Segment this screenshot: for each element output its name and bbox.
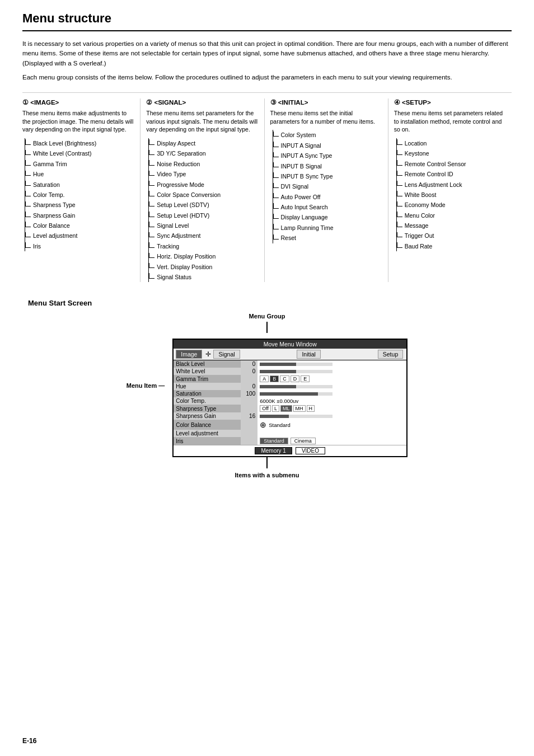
tree-item: Keystone xyxy=(397,148,506,158)
memory-1-option[interactable]: Memory 1 xyxy=(255,447,292,454)
menu-row-value: 0 xyxy=(241,360,257,368)
tree-item: Noise Reduction xyxy=(149,159,258,169)
tree-item: Hue xyxy=(25,169,134,179)
menu-row-content: ⊕Standard xyxy=(257,420,406,430)
tree-item: Display Aspect xyxy=(149,138,258,148)
tree-item: Remote Control Sensor xyxy=(397,159,506,169)
tree-wrap-signal: Display Aspect3D Y/C SeparationNoise Red… xyxy=(148,138,258,282)
menu-start-section: Menu Start Screen Menu Group Menu Item —… xyxy=(22,299,512,478)
submenu-label: Items with a submenu xyxy=(235,472,299,478)
group-title-setup: ④ <SETUP> xyxy=(394,98,506,106)
page-title: Menu structure xyxy=(22,11,512,31)
tree-item: Signal Level xyxy=(149,220,258,231)
tree-item: Color Space Conversion xyxy=(149,190,258,200)
menu-row: Color Balance⊕Standard xyxy=(174,420,406,430)
menu-row-content xyxy=(257,383,406,390)
iris-option[interactable]: Cinema xyxy=(291,438,316,444)
tree-item: Black Level (Brightness) xyxy=(25,138,134,148)
group-title-signal: ② <SIGNAL> xyxy=(146,98,258,106)
tree-item: Menu Color xyxy=(397,210,506,220)
tree-item: Progressive Mode xyxy=(149,180,258,190)
tree-item: DVI Signal xyxy=(273,181,382,191)
menu-row: Gamma TrimABCDE xyxy=(174,375,406,383)
tree-item: Setup Level (SDTV) xyxy=(149,200,258,210)
tree-item: Sharpness Gain xyxy=(25,210,134,220)
sharpness-option[interactable]: L xyxy=(272,405,279,412)
gamma-option[interactable]: A xyxy=(260,375,269,382)
menu-group-setup: ④ <SETUP>These menu items set parameters… xyxy=(394,98,512,282)
menu-row-content xyxy=(257,390,406,397)
tree-item: INPUT A Sync Type xyxy=(273,151,382,161)
tree-wrap-image: Black Level (Brightness)White Level (Con… xyxy=(25,138,134,251)
group-desc-initial: These menu items set the initial paramet… xyxy=(270,109,382,125)
tree-wrap-setup: LocationKeystoneRemote Control SensorRem… xyxy=(396,138,506,251)
sharpness-option[interactable]: MH xyxy=(293,405,306,412)
menu-group-label: Menu Group xyxy=(249,313,285,320)
tree-item: Level adjustment xyxy=(25,231,134,241)
tree-item: Color System xyxy=(273,130,382,140)
gamma-option[interactable]: B xyxy=(270,375,279,382)
menu-row-content: StandardCinema xyxy=(257,437,406,445)
menu-row-value xyxy=(241,397,257,405)
tree-item: INPUT A Signal xyxy=(273,140,382,151)
menu-groups: ① <IMAGE>These menu items make adjustmen… xyxy=(22,92,512,282)
move-menu-window-bar: Move Menu Window xyxy=(174,340,406,349)
menu-row-name: Level adjustment xyxy=(174,430,241,437)
tree-item: Tracking xyxy=(149,241,258,251)
tree-item: Setup Level (HDTV) xyxy=(149,210,258,220)
tree-item: Message xyxy=(397,220,506,231)
menu-row-content xyxy=(257,430,406,437)
tab-setup[interactable]: Setup xyxy=(378,350,403,359)
menu-row-name: Iris xyxy=(174,437,241,445)
tree-item: INPUT B Signal xyxy=(273,161,382,171)
tree-item: Horiz. Display Position xyxy=(149,251,258,261)
gamma-option[interactable]: E xyxy=(301,375,310,382)
video-option[interactable]: VIDEO xyxy=(296,447,325,454)
tree-item: Location xyxy=(397,138,506,148)
menu-row-value: 0 xyxy=(241,383,257,390)
gamma-option[interactable]: C xyxy=(280,375,289,382)
menu-row-value: 100 xyxy=(241,390,257,397)
menu-group-image: ① <IMAGE>These menu items make adjustmen… xyxy=(22,98,140,282)
tree-item: Baud Rate xyxy=(397,241,506,251)
gamma-option[interactable]: D xyxy=(291,375,300,382)
sharpness-option[interactable]: ML xyxy=(280,405,292,412)
menu-row: IrisStandardCinema xyxy=(174,437,406,445)
tree-item: 3D Y/C Separation xyxy=(149,148,258,158)
menu-row-value: 0 xyxy=(241,368,257,375)
iris-option[interactable]: Standard xyxy=(260,438,288,444)
menu-row-name: Color Temp. xyxy=(174,397,241,405)
tree-item: INPUT B Sync Type xyxy=(273,171,382,181)
menu-row-value xyxy=(241,405,257,412)
tab-image[interactable]: Image xyxy=(176,350,202,359)
sharpness-option[interactable]: H xyxy=(307,405,315,412)
intro-text-2: Each menu group consists of the items be… xyxy=(22,73,512,82)
group-desc-image: These menu items make adjustments to the… xyxy=(22,109,134,134)
menu-row-content xyxy=(257,412,406,420)
menu-row: Saturation100 xyxy=(174,390,406,397)
menu-row: Black Level0 xyxy=(174,360,406,368)
menu-items-table: Black Level0White Level0Gamma TrimABCDEH… xyxy=(174,360,406,445)
sharpness-option[interactable]: Off xyxy=(260,405,271,412)
menu-group-signal: ② <SIGNAL>These menu items set parameter… xyxy=(146,98,264,282)
menu-row-content xyxy=(257,360,406,368)
menu-item-outer: Menu Item — Move Menu Window Image ✛ Sig… xyxy=(127,339,407,457)
tab-initial[interactable]: Initial xyxy=(297,350,321,359)
tree-item: Video Type xyxy=(149,169,258,179)
memory-row: Memory 1 VIDEO xyxy=(174,445,406,456)
group-title-initial: ③ <INITIAL> xyxy=(270,98,382,106)
menu-group-initial: ③ <INITIAL>These menu items set the init… xyxy=(270,98,388,282)
menu-row-content: ABCDE xyxy=(257,375,406,383)
menu-row-name: Hue xyxy=(174,383,241,390)
tree-item: White Boost xyxy=(397,190,506,200)
group-title-image: ① <IMAGE> xyxy=(22,98,134,106)
menu-row: Hue0 xyxy=(174,383,406,390)
menu-row-content: OffLMLMHH xyxy=(257,405,406,412)
crosshair-icon: ⊕ xyxy=(260,420,266,429)
menu-row: Level adjustment xyxy=(174,430,406,437)
arrow-line-bottom xyxy=(266,457,268,468)
menu-row-value xyxy=(241,375,257,383)
tree-item: Remote Control ID xyxy=(397,169,506,179)
tab-signal[interactable]: Signal xyxy=(213,350,240,359)
menu-row-value xyxy=(241,437,257,445)
